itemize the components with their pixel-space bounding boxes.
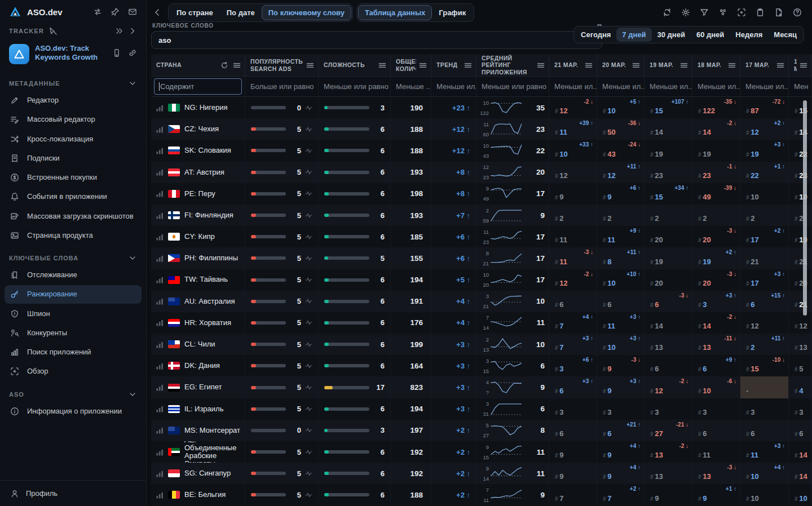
column-header[interactable]: СТРАНА <box>151 54 245 76</box>
table-row-cl[interactable]: CL: Чили56199+3 ↑21310# 7+3 ↑# 10+3 ↑# 1… <box>151 334 812 355</box>
workspace-switcher-icon[interactable] <box>93 7 102 16</box>
menu-icon[interactable] <box>536 61 545 70</box>
sidebar-item[interactable]: События в приложении <box>5 188 142 206</box>
column-header[interactable]: 18 МАР. <box>692 54 740 76</box>
column-filter[interactable]: Меньше или равно <box>319 77 391 96</box>
range-tab[interactable]: 30 дней <box>652 28 691 42</box>
table-row-sg[interactable]: SG: Сингапур56192+2 ↑91411# 9# 9+4 ↑# 13… <box>151 463 812 484</box>
menu-icon[interactable] <box>584 61 593 70</box>
mode-tab[interactable]: Таблица данных <box>358 5 432 20</box>
report-icon[interactable] <box>774 8 783 17</box>
sidebar-item[interactable]: Страница продукта <box>5 227 142 245</box>
range-tab[interactable]: Месяц <box>768 28 802 42</box>
pin-icon[interactable] <box>111 7 120 16</box>
table-row-cy[interactable]: CY: Кипр56185+6 ↑112317# 11# 11+9 ↑# 20#… <box>151 226 812 247</box>
view-tab[interactable]: По дате <box>220 5 262 20</box>
table-row-eg[interactable]: EG: Египет517823+3 ↑4?9# 6+3 ↑# 9+3 ↑# 1… <box>151 376 812 398</box>
table-row-ms[interactable]: MS: Монтсеррат03197+2 ↑5278# 6# 6+21 ↑# … <box>151 420 812 441</box>
section-label[interactable]: КЛЮЧЕВЫЕ СЛОВА <box>0 246 146 265</box>
mail-icon[interactable] <box>128 7 137 16</box>
range-tab[interactable]: 7 дней <box>616 28 651 42</box>
mode-tab[interactable]: График <box>432 5 473 20</box>
sidebar-item[interactable]: Информация о приложении <box>5 402 142 420</box>
sidebar-item[interactable]: Ранжирование <box>5 285 142 303</box>
column-header[interactable]: 20 МАР. <box>597 54 645 76</box>
section-label[interactable]: ASO <box>0 382 146 401</box>
column-filter[interactable]: Содержит <box>151 77 245 96</box>
sidebar-item[interactable]: Подписки <box>5 149 142 167</box>
menu-icon[interactable] <box>727 61 736 70</box>
column-header[interactable]: ОБЩЕЕ КОЛИЧЕСТВО <box>391 54 431 76</box>
range-tab[interactable]: 60 дней <box>691 28 730 42</box>
table-row-ph[interactable]: PH: Филиппины55155+6 ↑82117# 11-3 ↓# 8+1… <box>151 247 812 269</box>
table-row-ae[interactable]: AE: Объединенные Арабские Эмираты56192+2… <box>151 441 812 463</box>
column-filter[interactable]: Меньше ил... <box>549 77 597 96</box>
sidebar-item[interactable]: Массовый редактор <box>5 110 142 128</box>
filter-icon[interactable] <box>700 8 709 17</box>
table-row-fi[interactable]: FI: Финляндия56193+7 ↑2599# 2# 2# 2# 2# … <box>151 205 812 226</box>
column-filter[interactable]: Меньше ил... <box>645 77 692 96</box>
table-row-be[interactable]: BE: Бельгия56188+2 ↑7119# 7# 7+2 ↑# 9# 9… <box>151 484 812 505</box>
table-row-cz[interactable]: CZ: Чехия56188+12 ↑116023# 11+39 ↑# 50-3… <box>151 118 812 140</box>
table-row-sk[interactable]: SK: Словакия56188+12 ↑104322# 10+33 ↑# 4… <box>151 140 812 161</box>
keyword-select[interactable]: aso <box>151 31 602 49</box>
column-filter[interactable]: Мен <box>789 77 812 96</box>
column-header[interactable]: ТРЕНД <box>431 54 476 76</box>
column-filter[interactable]: Меньше ил... <box>740 77 789 96</box>
column-header[interactable]: 16 М <box>789 54 812 76</box>
column-header[interactable]: 19 МАР. <box>645 54 692 76</box>
sidebar-item[interactable]: Обзор <box>5 362 142 380</box>
table-row-pe[interactable]: PE: Перу56198+8 ↑94917# 9# 9+6 ↑# 15+34 … <box>151 183 812 205</box>
section-label[interactable]: МЕТАДАННЫЕ <box>0 71 146 90</box>
sidebar-item[interactable]: Массовая загрузка скриншотов <box>5 207 142 225</box>
view-tab[interactable]: По ключевому слову <box>262 5 351 20</box>
country-filter-input[interactable]: Содержит <box>154 78 242 95</box>
link-icon[interactable] <box>128 48 137 57</box>
help-icon[interactable] <box>793 8 802 17</box>
sidebar-item[interactable]: Кросс-локализация <box>5 130 142 148</box>
profile-button[interactable]: Профиль <box>0 480 146 506</box>
clipboard-icon[interactable] <box>756 8 765 17</box>
collapse-all-icon[interactable] <box>114 26 123 35</box>
sidebar-item[interactable]: Встроенные покупки <box>5 168 142 187</box>
column-header[interactable]: ПОПУЛЯРНОСТЬ SEARCH ADS <box>245 54 319 76</box>
column-header[interactable]: 17 МАР. <box>740 54 789 76</box>
menu-icon[interactable] <box>418 61 427 70</box>
scan-icon[interactable] <box>737 8 746 17</box>
vertical-scrollbar[interactable] <box>803 100 807 316</box>
menu-icon[interactable] <box>232 61 241 70</box>
sidebar-item[interactable]: Отслеживание <box>5 266 142 284</box>
menu-icon[interactable] <box>679 61 689 70</box>
menu-icon[interactable] <box>776 61 785 70</box>
table-row-dk[interactable]: DK: Дания56164+3 ↑3156# 3+6 ↑# 9-3 ↓# 6#… <box>151 355 812 376</box>
column-filter[interactable]: Меньше ил... <box>692 77 740 96</box>
menu-icon[interactable] <box>632 61 641 70</box>
table-row-at[interactable]: AT: Австрия56193+8 ↑122320# 12# 12+11 ↑#… <box>151 162 812 183</box>
column-filter[interactable]: Меньше ... <box>391 77 431 96</box>
table-row-au[interactable]: AU: Австралия56191+4 ↑32110# 6# 6# 6-3 ↓… <box>151 291 812 312</box>
refresh-icon[interactable] <box>220 61 229 70</box>
sync-icon[interactable] <box>663 8 672 17</box>
column-filter[interactable]: Меньше или равно <box>476 77 549 96</box>
phone-icon[interactable] <box>112 48 121 57</box>
menu-icon[interactable] <box>378 61 387 70</box>
menu-icon[interactable] <box>799 61 808 70</box>
view-tab[interactable]: По стране <box>170 5 220 20</box>
sidebar-item[interactable]: Конкуренты <box>5 324 142 342</box>
back-button[interactable] <box>150 5 165 20</box>
menu-icon[interactable] <box>306 61 315 70</box>
column-filter[interactable]: Больше или равно <box>245 77 319 96</box>
table-row-hr[interactable]: HR: Хорватия56176+4 ↑71411# 7+4 ↑# 11+3 … <box>151 312 812 334</box>
column-header[interactable]: СЛОЖНОСТЬ <box>319 54 391 76</box>
column-filter[interactable]: Меньше ил... <box>597 77 645 96</box>
settings-icon[interactable] <box>681 8 690 17</box>
sidebar-item[interactable]: Шпион <box>5 305 142 323</box>
sidebar-item[interactable]: Редактор <box>5 91 142 109</box>
menu-icon[interactable] <box>464 61 473 70</box>
column-header[interactable]: СРЕДНИЙ РЕЙТИНГ ПРИЛОЖЕНИЯ <box>476 54 549 76</box>
table-row-tw[interactable]: TW: Тайвань56194+5 ↑102017# 12-2 ↓# 10+1… <box>151 269 812 291</box>
table-row-il[interactable]: IL: Израиль56194+3 ↑3316# 3# 3# 3# 3# 3#… <box>151 398 812 420</box>
range-tab[interactable]: Сегодня <box>575 28 616 42</box>
table-row-ng[interactable]: NG: Нигерия03190+23 ↑1012235# 12-2 ↓# 10… <box>151 97 812 118</box>
expand-panel-icon[interactable] <box>128 26 137 35</box>
